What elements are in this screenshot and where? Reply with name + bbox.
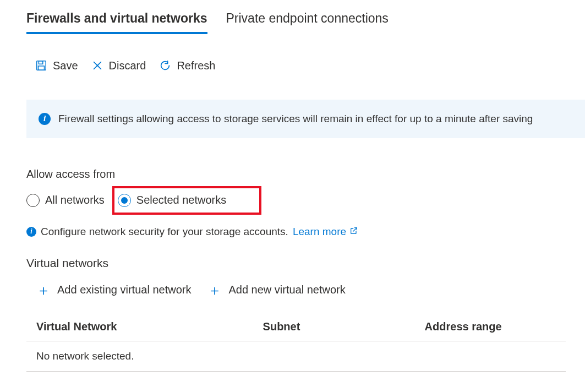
refresh-button[interactable]: Refresh	[159, 59, 215, 72]
plus-icon: ＋	[36, 283, 51, 297]
empty-row-text: No network selected.	[26, 341, 566, 371]
learn-more-label: Learn more	[293, 226, 346, 238]
add-new-vnet-label: Add new virtual network	[228, 284, 345, 296]
col-address-range: Address range	[415, 314, 566, 341]
virtual-networks-table: Virtual Network Subnet Address range No …	[26, 314, 566, 372]
configure-note-text: Configure network security for your stor…	[41, 226, 288, 238]
info-banner: i Firewall settings allowing access to s…	[26, 100, 585, 138]
save-label: Save	[53, 59, 78, 72]
svg-rect-2	[39, 66, 45, 70]
discard-label: Discard	[109, 59, 146, 72]
add-existing-vnet-label: Add existing virtual network	[57, 284, 191, 296]
external-link-icon	[349, 226, 358, 238]
svg-rect-1	[39, 61, 42, 64]
info-icon: i	[26, 227, 36, 237]
add-new-vnet-button[interactable]: ＋ Add new virtual network	[207, 283, 345, 297]
allow-access-radios: All networks Selected networks	[26, 186, 585, 215]
table-row: No network selected.	[26, 341, 566, 371]
toolbar: Save Discard Refresh	[26, 59, 585, 72]
info-banner-text: Firewall settings allowing access to sto…	[58, 113, 533, 125]
tab-firewalls[interactable]: Firewalls and virtual networks	[26, 11, 207, 34]
save-icon	[35, 59, 47, 72]
radio-all-networks[interactable]: All networks	[26, 194, 105, 207]
add-existing-vnet-button[interactable]: ＋ Add existing virtual network	[36, 283, 191, 297]
refresh-icon	[159, 59, 171, 72]
allow-access-label: Allow access from	[26, 168, 585, 181]
virtual-networks-heading: Virtual networks	[26, 257, 585, 270]
configure-note: i Configure network security for your st…	[26, 226, 585, 238]
selected-networks-highlight: Selected networks	[112, 186, 261, 215]
radio-selected-networks-label: Selected networks	[136, 194, 226, 206]
col-subnet: Subnet	[253, 314, 415, 341]
col-virtual-network: Virtual Network	[26, 314, 253, 341]
tab-private-endpoints[interactable]: Private endpoint connections	[226, 11, 389, 34]
refresh-label: Refresh	[177, 59, 215, 72]
close-icon	[91, 59, 103, 72]
radio-selected-networks[interactable]: Selected networks	[118, 194, 226, 207]
learn-more-link[interactable]: Learn more	[293, 226, 358, 238]
info-icon: i	[39, 113, 51, 125]
radio-all-networks-label: All networks	[45, 194, 105, 206]
plus-icon: ＋	[207, 283, 222, 297]
radio-icon	[118, 194, 131, 207]
virtual-networks-actions: ＋ Add existing virtual network ＋ Add new…	[26, 283, 585, 297]
table-header-row: Virtual Network Subnet Address range	[26, 314, 566, 341]
tab-bar: Firewalls and virtual networks Private e…	[26, 11, 585, 34]
discard-button[interactable]: Discard	[91, 59, 146, 72]
save-button[interactable]: Save	[35, 59, 78, 72]
radio-icon	[26, 194, 40, 207]
